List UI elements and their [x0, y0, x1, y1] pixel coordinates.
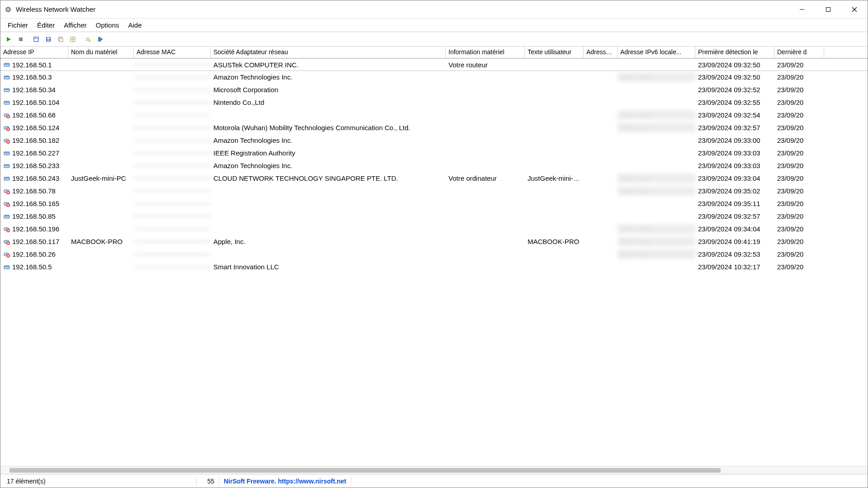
svg-rect-47	[4, 177, 9, 178]
close-button[interactable]	[841, 0, 868, 19]
cell-last: 23/09/20	[774, 224, 824, 234]
svg-point-1	[7, 8, 9, 11]
cell-ipv6	[584, 127, 618, 129]
col-name[interactable]: Nom du matériel	[68, 47, 134, 58]
scrollbar-thumb[interactable]	[9, 468, 721, 473]
table-row[interactable]: 192.168.50.227 IEEE Registration Authori…	[0, 147, 868, 160]
table-row[interactable]: 192.168.50.85 23/09/2024 09:32:5723/09/2…	[0, 210, 868, 223]
cell-user	[525, 140, 584, 141]
copy-icon[interactable]	[55, 34, 66, 45]
cell-ipv6	[584, 266, 618, 268]
cell-info	[446, 76, 525, 78]
col-company[interactable]: Société Adaptateur réseau	[211, 47, 446, 58]
svg-rect-29	[4, 101, 9, 103]
cell-company: Amazon Technologies Inc.	[211, 136, 446, 145]
cell-mac	[134, 127, 211, 129]
cell-user	[525, 266, 584, 268]
cell-name	[68, 253, 134, 255]
cell-mac	[134, 241, 211, 243]
properties-icon[interactable]	[31, 34, 42, 45]
col-ipv6[interactable]: Adresse IPv6	[584, 47, 618, 58]
cell-last: 23/09/20	[774, 148, 824, 158]
cell-company	[211, 216, 446, 217]
cell-info	[446, 89, 525, 91]
cell-ipv6	[584, 76, 618, 78]
grid-icon[interactable]	[67, 34, 78, 45]
maximize-button[interactable]	[815, 0, 841, 19]
ip-text: 192.168.50.117	[12, 238, 59, 245]
table-row[interactable]: 192.168.50.5 Smart Innovation LLC23/09/2…	[0, 261, 868, 273]
cell-user	[525, 165, 584, 167]
cell-company	[211, 253, 446, 255]
cell-ip: 192.168.50.243	[0, 174, 68, 183]
cell-first: 23/09/2024 09:33:03	[695, 148, 774, 158]
save-icon[interactable]	[43, 34, 54, 45]
app-icon	[4, 5, 12, 14]
cell-company: ASUSTek COMPUTER INC.	[211, 60, 446, 70]
menu-view[interactable]: Afficher	[59, 19, 91, 31]
table-row[interactable]: 192.168.50.233 Amazon Technologies Inc.2…	[0, 160, 868, 172]
col-ip[interactable]: Adresse IP	[0, 47, 68, 58]
exit-icon[interactable]	[95, 34, 106, 45]
table-row[interactable]: 192.168.50.78 fe80::xxxx23/09/2024 09:35…	[0, 185, 868, 197]
advanced-options-icon[interactable]	[83, 34, 94, 45]
table-row[interactable]: 192.168.50.3 Amazon Technologies Inc.fe8…	[0, 71, 868, 84]
cell-ipv6loc	[618, 102, 695, 103]
cell-company: Amazon Technologies Inc.	[211, 72, 446, 82]
svg-rect-14	[60, 38, 63, 42]
menu-file[interactable]: Fichier	[3, 19, 33, 31]
col-user[interactable]: Texte utilisateur	[525, 47, 584, 58]
col-first[interactable]: Première détection le	[695, 47, 774, 58]
play-icon[interactable]	[3, 34, 14, 45]
cell-ipv6loc	[618, 89, 695, 91]
stop-icon[interactable]	[15, 34, 26, 45]
col-mac[interactable]: Adresse MAC	[134, 47, 211, 58]
cell-ipv6loc: fe80::xxxx	[618, 249, 695, 259]
table-row[interactable]: 192.168.50.26 fe80::xxxx23/09/2024 09:32…	[0, 248, 868, 261]
menu-help[interactable]: Aide	[124, 19, 146, 31]
svg-rect-8	[34, 37, 38, 42]
table-row[interactable]: 192.168.50.117MACBOOK-PRO Apple, Inc.MAC…	[0, 235, 868, 248]
device-online-icon	[3, 74, 10, 81]
cell-last: 23/09/20	[774, 249, 824, 259]
table-row[interactable]: 192.168.50.243JustGeek-mini-PC CLOUD NET…	[0, 172, 868, 185]
ip-text: 192.168.50.227	[12, 149, 59, 157]
menu-edit[interactable]: Éditer	[33, 19, 59, 31]
cell-mac	[134, 203, 211, 205]
svg-rect-27	[4, 89, 9, 90]
table-row[interactable]: 192.168.50.196 fe80::xxxx23/09/2024 09:3…	[0, 223, 868, 235]
grid-body[interactable]: 192.168.50.1 ASUSTek COMPUTER INC.Votre …	[0, 58, 868, 466]
ip-text: 192.168.50.104	[12, 99, 59, 106]
cell-first: 23/09/2024 09:41:19	[695, 237, 774, 246]
ip-text: 192.168.50.1	[12, 61, 52, 69]
app-window: Wireless Network Watcher Fichier Éditer …	[0, 0, 868, 488]
cell-company: Smart Innovation LLC	[211, 262, 446, 272]
minimize-button[interactable]	[789, 0, 815, 19]
table-row[interactable]: 192.168.50.68 fe80::xxxx23/09/2024 09:32…	[0, 109, 868, 122]
cell-company: Microsoft Corporation	[211, 85, 446, 94]
svg-rect-43	[4, 152, 9, 153]
cell-ip: 192.168.50.26	[0, 249, 68, 259]
cell-ipv6	[584, 253, 618, 255]
horizontal-scrollbar[interactable]	[0, 466, 868, 474]
device-offline-icon	[3, 225, 10, 233]
table-row[interactable]: 192.168.50.165 23/09/2024 09:35:1123/09/…	[0, 197, 868, 210]
table-row[interactable]: 192.168.50.124 Motorola (Wuhan) Mobility…	[0, 122, 868, 134]
svg-marker-21	[101, 38, 103, 41]
cell-ipv6loc	[618, 140, 695, 141]
nirsoft-link[interactable]: NirSoft Freeware. https://www.nirsoft.ne…	[224, 478, 346, 485]
table-row[interactable]: 192.168.50.1 ASUSTek COMPUTER INC.Votre …	[0, 58, 868, 71]
col-info[interactable]: Information matériel	[446, 47, 525, 58]
cell-user: MACBOOK-PRO	[525, 237, 584, 246]
table-row[interactable]: 192.168.50.104 Nintendo Co.,Ltd23/09/202…	[0, 96, 868, 109]
cell-info	[446, 114, 525, 116]
table-row[interactable]: 192.168.50.34 Microsoft Corporation23/09…	[0, 84, 868, 96]
col-last[interactable]: Dernière d	[774, 47, 824, 58]
table-row[interactable]: 192.168.50.182 Amazon Technologies Inc.2…	[0, 134, 868, 147]
col-ipv6loc[interactable]: Adresse IPv6 locale...	[618, 47, 695, 58]
cell-name	[68, 165, 134, 167]
cell-ip: 192.168.50.196	[0, 224, 68, 234]
menu-options[interactable]: Options	[91, 19, 124, 31]
cell-user	[525, 64, 584, 66]
cell-user	[525, 190, 584, 192]
